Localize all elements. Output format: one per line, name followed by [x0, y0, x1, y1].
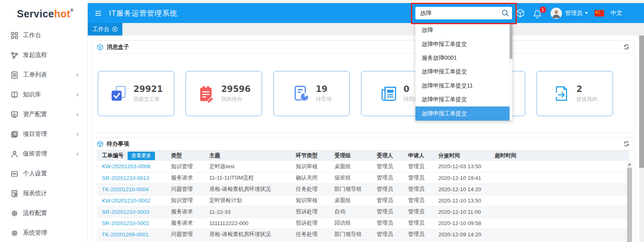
sidebar-item-流程配置[interactable]: 流程配置: [0, 203, 87, 223]
cell-group: 桌面组: [330, 161, 372, 172]
tab-close-icon[interactable]: [112, 27, 118, 32]
cell-timeout: [490, 172, 629, 184]
cell-ticket-id: TK-20201210-0004: [97, 184, 166, 195]
sidebar-item-发起流程[interactable]: 发起流程: [0, 45, 87, 65]
tab-workbench[interactable]: 工作台: [88, 23, 122, 35]
sidebar-item-个人设置[interactable]: 个人设置: [0, 164, 87, 184]
view-more-button[interactable]: 查看更多: [128, 152, 155, 160]
search-icon[interactable]: [501, 9, 510, 17]
table-row[interactable]: KW-20201203-0008知识管理定时器test知识审核桌面组管理员管理员…: [97, 161, 629, 172]
search-suggestion[interactable]: 故障申报工单提交11: [415, 79, 512, 93]
chevron-left-icon: [75, 112, 80, 117]
sidebar-item-label: 工单列表: [23, 71, 75, 79]
table-row[interactable]: SR-20201210-0013服务请求11-11-11ITSM流程确认关闭值班…: [97, 172, 629, 184]
table-row[interactable]: KW-20201210-0002知识管理定时巡检计划知识审核桌面组管理员管理员2…: [97, 195, 629, 206]
sidebar-item-label: 个人设置: [23, 170, 80, 177]
cell-timeout: [490, 229, 629, 240]
cell-type: 知识管理: [166, 195, 204, 206]
cell-ticket-id: TK-20201209-0001: [97, 229, 166, 240]
cn-flag-icon[interactable]: [594, 10, 604, 17]
table-scrollbar[interactable]: [627, 161, 632, 242]
cell-group: 值班组: [330, 172, 372, 184]
ticket-link[interactable]: SR-20201210-0003: [102, 209, 149, 215]
sidebar-item-label: 值班管理: [23, 150, 75, 158]
chevron-left-icon: [75, 132, 80, 137]
sidebar-item-资产配置[interactable]: 资产配置: [0, 104, 87, 124]
notification-badge: 1: [540, 6, 546, 13]
panel-title: 待办事项: [107, 140, 129, 148]
stat-card[interactable]: 29596我的待办: [186, 71, 262, 116]
ticket-link[interactable]: KW-20201203-0008: [102, 163, 151, 169]
stat-info: 29596我的待办: [221, 84, 250, 103]
tab-label: 工作台: [93, 26, 109, 33]
sidebar-item-系统管理[interactable]: 系统管理: [0, 223, 87, 242]
logo-text: ervice: [24, 8, 54, 19]
ticket-link[interactable]: SR-20201210-0002: [102, 220, 149, 226]
column-header: 超时时间: [490, 150, 629, 161]
cell-dispatched: 2020-12-03 13:50: [433, 161, 490, 172]
notifications-bell[interactable]: 1: [533, 8, 543, 19]
cell-timeout: [490, 195, 629, 206]
search-suggestion[interactable]: 故障申报工单提交: [415, 106, 512, 120]
column-header: 申请人: [403, 150, 433, 161]
sidebar-item-值班管理[interactable]: 值班管理: [0, 144, 87, 164]
cell-type: 服务请求: [166, 172, 204, 184]
window-scrollbar[interactable]: [639, 35, 644, 242]
stat-card[interactable]: 19待受理: [273, 71, 350, 116]
current-user[interactable]: 管理员: [565, 9, 583, 17]
project-icon: [10, 130, 19, 138]
refresh-icon[interactable]: [623, 140, 630, 147]
logo-text-accent: hot: [54, 8, 70, 19]
cell-dispatched: 2020-12-10 14:20: [433, 184, 490, 195]
brand-logo[interactable]: Servicehot®: [0, 6, 87, 25]
search-suggestion[interactable]: 服务故障0001: [415, 51, 512, 65]
cell-applicant: 管理员: [403, 184, 433, 195]
search-suggestion[interactable]: 故障申报工单提交: [415, 37, 512, 51]
stat-card[interactable]: 2抄送我的: [537, 71, 613, 116]
search-suggestion[interactable]: 故障: [415, 23, 512, 37]
language-switch[interactable]: 中文: [611, 9, 622, 17]
ticket-link[interactable]: TK-20201209-0001: [102, 232, 149, 238]
sidebar-item-项目管理[interactable]: 项目管理: [0, 124, 87, 144]
table-row[interactable]: SR-20201210-0002服务请求1111112222-000投诉处理回访…: [97, 217, 629, 229]
column-header: 主题: [204, 150, 291, 161]
sidebar-item-知识库[interactable]: 知识库: [0, 85, 87, 104]
flow-config-icon: [10, 209, 19, 217]
cell-subject: 1111112222-000: [204, 217, 291, 229]
column-header-first: 工单编号查看更多: [102, 152, 166, 160]
refresh-icon[interactable]: [623, 44, 630, 50]
stat-card[interactable]: 29921我提交工单: [98, 71, 174, 116]
table-row[interactable]: TK-20201209-0001问题管理巡检-请检查机房环境状况任务处理部门领导…: [97, 229, 629, 240]
table-row[interactable]: SR-20201210-0003服务请求11-22-33投诉处理自动管理员管理员…: [97, 206, 629, 217]
cell-subject: 11-22-33: [204, 206, 291, 217]
scroll-up-icon[interactable]: [628, 163, 631, 165]
sidebar-item-工作台[interactable]: 工作台: [0, 25, 87, 45]
table-header-row: 工单编号查看更多类型主题环节类型受理组受理人申请人分派时间超时时间: [97, 150, 629, 161]
table-body: KW-20201203-0008知识管理定时器test知识审核桌面组管理员管理员…: [97, 161, 629, 240]
apps-cube-icon[interactable]: [516, 8, 525, 18]
collapse-menu-icon[interactable]: [94, 9, 103, 18]
user-caret-down-icon[interactable]: [585, 12, 588, 14]
ticket-link[interactable]: TK-20201210-0004: [102, 186, 149, 192]
sidebar-item-报表统计[interactable]: 报表统计: [0, 184, 87, 203]
stat-info: 2抄送我的: [576, 84, 597, 103]
cell-handler: 管理员: [372, 161, 403, 172]
avatar[interactable]: [551, 8, 562, 19]
search-suggestion[interactable]: 故障申报工单提交: [415, 93, 512, 106]
cell-group: 部门领导组: [330, 184, 372, 195]
table-row[interactable]: TK-20201210-0004问题管理巡检-请检查机房环境状况任务处理部门领导…: [97, 184, 629, 195]
search-suggestion[interactable]: 故障申报工单提交: [415, 65, 512, 79]
browser-edge: [0, 0, 644, 3]
ticket-link[interactable]: SR-20201210-0013: [102, 175, 149, 181]
cell-handler: 管理员: [372, 217, 403, 229]
grid-icon: [10, 31, 19, 40]
sidebar-item-工单列表[interactable]: 工单列表: [0, 65, 87, 85]
ticket-link[interactable]: KW-20201210-0002: [102, 198, 151, 204]
logo-text-s: S: [17, 8, 24, 19]
dropdown-scrollbar[interactable]: [510, 23, 512, 121]
cell-subject: 巡检-请检查机房环境状况: [204, 184, 291, 195]
cell-step: 任务处理: [291, 229, 330, 240]
search-input[interactable]: [415, 7, 512, 19]
cell-handler: 管理员: [372, 195, 403, 206]
cell-subject: 巡检-请检查机房环境状况: [204, 229, 291, 240]
